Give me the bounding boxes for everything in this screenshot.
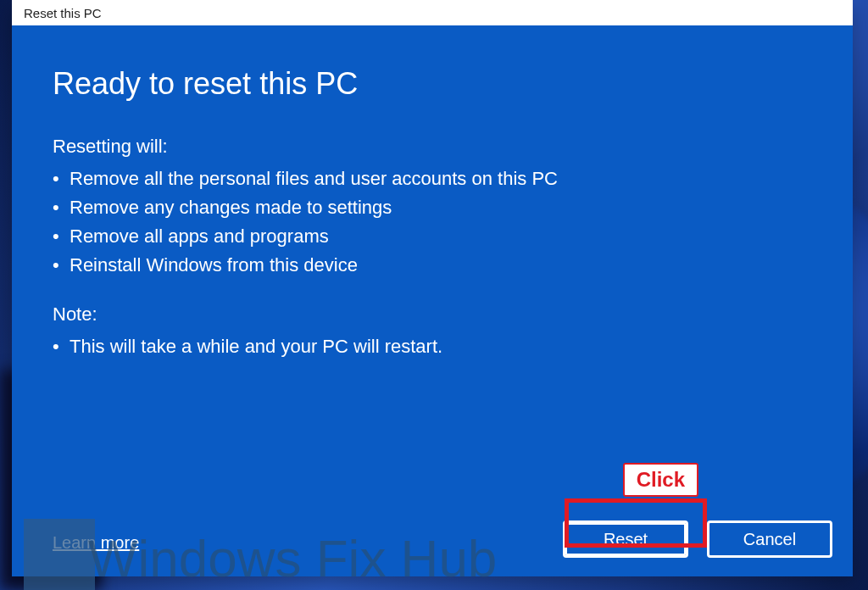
annotation-click-label: Click	[623, 463, 698, 497]
reset-bullet-list: Remove all the personal files and user a…	[53, 164, 812, 280]
reset-bullet: Remove any changes made to settings	[53, 193, 812, 222]
resetting-will-label: Resetting will:	[53, 136, 812, 158]
dialog-titlebar: Reset this PC	[12, 0, 853, 25]
dialog-title: Reset this PC	[24, 6, 102, 20]
dialog-heading: Ready to reset this PC	[53, 66, 812, 102]
cancel-button[interactable]: Cancel	[707, 520, 832, 558]
note-bullet-list: This will take a while and your PC will …	[53, 332, 812, 361]
watermark-text: Windows Fix Hub	[88, 528, 497, 588]
reset-pc-dialog: Reset this PC Ready to reset this PC Res…	[12, 0, 853, 576]
annotation-highlight-box	[565, 498, 707, 548]
reset-bullet: Remove all apps and programs	[53, 222, 812, 251]
reset-bullet: Reinstall Windows from this device	[53, 251, 812, 280]
note-label: Note:	[53, 303, 812, 326]
reset-bullet: Remove all the personal files and user a…	[53, 164, 812, 193]
watermark-windows-icon	[24, 519, 95, 590]
dialog-body: Ready to reset this PC Resetting will: R…	[12, 25, 853, 576]
note-bullet: This will take a while and your PC will …	[53, 332, 812, 361]
